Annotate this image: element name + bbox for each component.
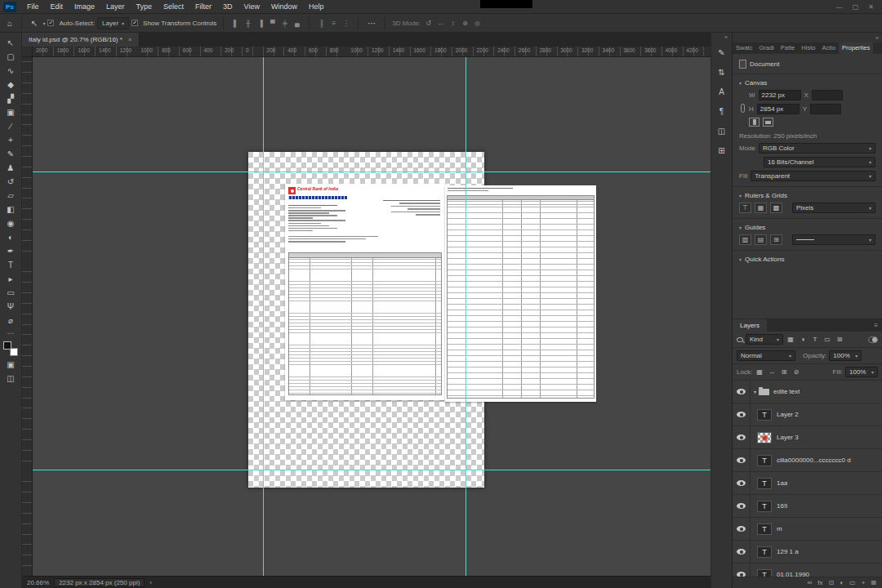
statement-page-2[interactable] — [445, 185, 596, 402]
align-v-center-icon[interactable]: ╪ — [279, 20, 290, 27]
statement-page-1[interactable]: Central Bank of India — [285, 184, 445, 400]
menu-layer[interactable]: Layer — [100, 1, 131, 12]
portrait-orientation-icon[interactable] — [749, 118, 760, 127]
link-dimensions-icon[interactable] — [741, 104, 745, 113]
lock-guides-icon[interactable]: ⊞ — [770, 234, 782, 245]
y-field[interactable] — [810, 104, 841, 114]
clone-stamp-tool-button[interactable]: ♟ — [2, 161, 20, 175]
horizontal-ruler[interactable]: 2000180016001400120010008006004002000200… — [33, 47, 710, 57]
guide-style-dropdown[interactable]: ▾ — [792, 234, 875, 245]
tab-properties[interactable]: Properties — [839, 42, 873, 54]
more-options-icon[interactable]: ⋯ — [365, 19, 378, 28]
bit-depth-dropdown[interactable]: 16 Bits/Channel ▾ — [764, 157, 875, 167]
tab-swatches[interactable]: Swatc — [733, 42, 755, 54]
menu-image[interactable]: Image — [69, 1, 100, 12]
layer-row[interactable]: T m — [733, 518, 882, 541]
zoom-level[interactable]: 20.66% — [27, 579, 49, 586]
auto-select-target-dropdown[interactable]: Layer ▾ — [97, 17, 129, 29]
paragraph-icon[interactable]: ¶ — [714, 104, 730, 119]
filter-pixel-icon[interactable]: ▦ — [786, 336, 795, 343]
visibility-toggle[interactable] — [733, 381, 751, 403]
visibility-toggle[interactable] — [733, 472, 751, 494]
link-layers-icon[interactable]: ∞ — [808, 579, 813, 586]
align-bottom-icon[interactable]: ▄ — [292, 20, 302, 27]
tab-layers[interactable]: Layers — [733, 319, 767, 332]
dodge-tool-button[interactable]: ◐ — [2, 230, 20, 244]
menu-help[interactable]: Help — [303, 1, 330, 12]
hand-tool-button[interactable]: Ψ — [2, 300, 20, 314]
layer-row[interactable]: Layer 3 — [733, 426, 882, 449]
minimize-icon[interactable]: — — [836, 3, 843, 11]
filter-smart-object-icon[interactable]: ⊞ — [835, 336, 844, 343]
units-dropdown[interactable]: Pixels ▾ — [792, 203, 875, 213]
lasso-tool-button[interactable]: ∿ — [2, 64, 20, 78]
visibility-toggle[interactable] — [733, 426, 751, 448]
menu-3d[interactable]: 3D — [217, 1, 238, 12]
frame-tool-button[interactable]: ▣ — [2, 105, 20, 119]
3d-roll-icon[interactable]: ↔ — [435, 20, 446, 27]
expand-arrow-icon[interactable]: ▾ — [751, 389, 758, 394]
character-icon[interactable]: A — [714, 84, 730, 100]
zoom-tool-button[interactable]: ⌀ — [2, 314, 20, 327]
history-brush-tool-button[interactable]: ↺ — [2, 175, 20, 189]
auto-select-checkbox[interactable]: ✓ — [47, 20, 54, 26]
canvas-viewport[interactable]: 2000180016001400120010008006004002000200… — [22, 47, 710, 576]
home-icon[interactable]: ⌂ — [5, 19, 15, 28]
menu-filter[interactable]: Filter — [189, 1, 217, 12]
layer-row[interactable]: T 169 — [733, 495, 882, 518]
chevron-down-icon[interactable]: ▾ — [739, 80, 742, 86]
menu-view[interactable]: View — [238, 1, 265, 12]
lock-position-icon[interactable]: ↔ — [767, 368, 777, 376]
visibility-toggle[interactable] — [733, 541, 751, 563]
visibility-toggle[interactable] — [733, 564, 751, 577]
quick-mask-button[interactable]: ▣ — [2, 358, 20, 372]
layer-row[interactable]: T 01.01.1990 — [733, 564, 882, 577]
blur-tool-button[interactable]: ◉ — [2, 216, 20, 230]
3d-pan-icon[interactable]: ↕ — [448, 20, 458, 27]
height-field[interactable]: 2854 px — [757, 104, 800, 114]
fill-dropdown[interactable]: 100% ▾ — [845, 367, 878, 377]
arrows-icon[interactable]: ⇅ — [714, 65, 730, 80]
filter-type-icon[interactable]: T — [810, 336, 820, 343]
filter-kind-dropdown[interactable]: Kind ▾ — [746, 334, 783, 345]
3d-slide-icon[interactable]: ⊕ — [460, 20, 470, 27]
landscape-orientation-icon[interactable] — [763, 118, 773, 127]
menu-file[interactable]: File — [21, 1, 45, 12]
lock-transparency-icon[interactable]: ▦ — [755, 368, 764, 376]
distribute-h-icon[interactable]: ≡ — [328, 20, 339, 27]
pen-tool-button[interactable]: ✒ — [2, 244, 20, 258]
x-field[interactable] — [812, 90, 843, 100]
chevron-down-icon[interactable]: ▾ — [739, 225, 742, 230]
gradient-tool-button[interactable]: ◧ — [2, 203, 20, 216]
filter-adjustment-icon[interactable]: ◑ — [798, 336, 808, 343]
opacity-dropdown[interactable]: 100% ▾ — [829, 350, 862, 361]
maximize-icon[interactable]: ▢ — [853, 3, 859, 11]
blend-mode-dropdown[interactable]: Normal ▾ — [737, 350, 795, 361]
ruler-toggle-icon[interactable]: ⊤ — [739, 203, 751, 213]
crop-tool-button[interactable]: ▞ — [2, 91, 20, 105]
align-h-center-icon[interactable]: ╫ — [243, 20, 253, 27]
visibility-toggle[interactable] — [733, 449, 751, 471]
shape-tool-button[interactable]: ▭ — [2, 286, 20, 300]
guide-horizontal-bottom[interactable] — [33, 470, 710, 470]
layer-style-icon[interactable]: fx — [817, 579, 822, 586]
brush-tool-button[interactable]: ✎ — [2, 147, 20, 161]
guide-horizontal-top[interactable] — [33, 172, 710, 172]
panel-menu-icon[interactable]: ≡ — [870, 319, 882, 332]
menu-window[interactable]: Window — [265, 1, 303, 12]
show-transform-checkbox[interactable]: ✓ — [131, 20, 138, 26]
menu-edit[interactable]: Edit — [45, 1, 69, 12]
tab-close-icon[interactable]: × — [128, 36, 132, 43]
tab-patterns[interactable]: Patte — [777, 42, 799, 54]
grid-toggle-icon[interactable]: ▦ — [755, 203, 767, 213]
menu-select[interactable]: Select — [158, 1, 189, 12]
lock-all-icon[interactable]: ⊘ — [791, 368, 801, 376]
guide-vertical-left[interactable] — [263, 57, 264, 576]
path-selection-tool-button[interactable]: ▸ — [2, 272, 20, 286]
visibility-toggle[interactable] — [733, 495, 751, 517]
healing-brush-tool-button[interactable]: + — [2, 133, 20, 147]
pixel-grid-icon[interactable]: ▩ — [770, 203, 782, 213]
document-tab[interactable]: Italy id.psd @ 20.7% (RGB/16) * × — [22, 33, 140, 47]
grid-icon[interactable]: ⊞ — [714, 143, 730, 158]
align-top-icon[interactable]: ▀ — [267, 20, 278, 27]
